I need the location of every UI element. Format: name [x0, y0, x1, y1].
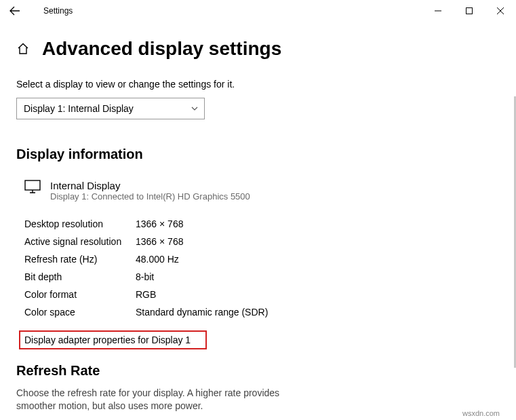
monitor-icon: [24, 180, 41, 193]
display-adapter-properties-link[interactable]: Display adapter properties for Display 1: [19, 330, 207, 349]
chevron-down-icon: [191, 104, 199, 113]
close-icon: [497, 7, 504, 14]
display-info-heading: Display information: [16, 147, 500, 162]
page-title: Advanced display settings: [42, 38, 281, 60]
display-name: Internal Display: [50, 180, 250, 191]
info-label: Refresh rate (Hz): [24, 250, 136, 268]
adapter-link-highlight: Display adapter properties for Display 1: [19, 330, 500, 349]
svg-rect-1: [25, 180, 40, 190]
back-button[interactable]: [9, 5, 31, 16]
window-controls: [422, 0, 516, 22]
display-connection-info: Display 1: Connected to Intel(R) HD Grap…: [50, 191, 250, 202]
refresh-rate-description: Choose the refresh rate for your display…: [16, 387, 315, 413]
info-value: 48.000 Hz: [136, 250, 179, 268]
close-button[interactable]: [485, 0, 516, 22]
info-row-bit-depth: Bit depth 8-bit: [24, 268, 500, 286]
info-value: Standard dynamic range (SDR): [136, 303, 268, 321]
minimize-icon: [435, 7, 441, 14]
info-row-color-space: Color space Standard dynamic range (SDR): [24, 303, 500, 321]
svg-rect-0: [467, 8, 473, 14]
content-area: Advanced display settings Select a displ…: [0, 22, 516, 420]
display-info-grid: Desktop resolution 1366 × 768 Active sig…: [16, 215, 500, 321]
window-title: Settings: [43, 6, 73, 16]
titlebar: Settings: [0, 0, 516, 22]
info-row-desktop-resolution: Desktop resolution 1366 × 768: [24, 215, 500, 233]
info-label: Active signal resolution: [24, 233, 136, 250]
info-value: 8-bit: [136, 268, 154, 286]
watermark-text: wsxdn.com: [462, 409, 500, 417]
info-row-color-format: Color format RGB: [24, 286, 500, 303]
info-row-active-resolution: Active signal resolution 1366 × 768: [24, 233, 500, 250]
dropdown-selected-value: Display 1: Internal Display: [24, 103, 134, 114]
minimize-button[interactable]: [422, 0, 454, 22]
refresh-rate-heading: Refresh Rate: [16, 363, 500, 379]
info-label: Color format: [24, 286, 136, 303]
info-label: Desktop resolution: [24, 215, 136, 233]
info-value: 1366 × 768: [136, 233, 183, 250]
info-label: Bit depth: [24, 268, 136, 286]
info-value: 1366 × 768: [136, 215, 183, 233]
home-icon[interactable]: [16, 42, 30, 56]
display-select-dropdown[interactable]: Display 1: Internal Display: [16, 98, 205, 119]
maximize-icon: [466, 7, 473, 14]
info-value: RGB: [136, 286, 156, 303]
info-label: Color space: [24, 303, 136, 321]
current-display-row: Internal Display Display 1: Connected to…: [16, 180, 500, 202]
maximize-button[interactable]: [454, 0, 485, 22]
instruction-text: Select a display to view or change the s…: [16, 79, 500, 90]
page-header: Advanced display settings: [16, 38, 500, 60]
info-row-refresh-rate: Refresh rate (Hz) 48.000 Hz: [24, 250, 500, 268]
back-arrow-icon: [9, 5, 20, 16]
